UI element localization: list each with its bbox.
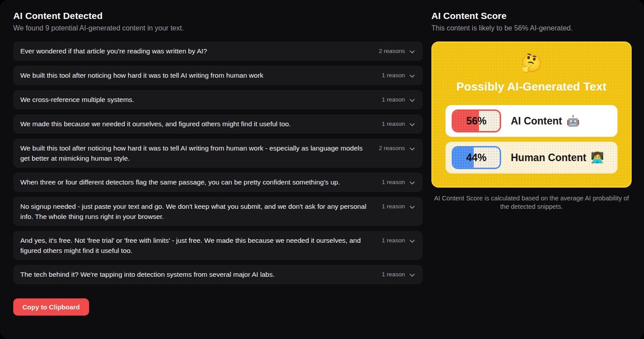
reasons-toggle[interactable]: 1 reason [382,201,416,211]
reasons-count: 1 reason [382,269,405,279]
ai-content-score-panel: AI Content Score This content is likely … [431,11,632,211]
snippet-text: And yes, it's free. Not 'free trial' or … [20,235,382,256]
chevron-down-icon [409,238,416,245]
reasons-count: 1 reason [382,70,405,80]
human-content-percent: 44% [453,147,500,168]
ai-content-percent: 56% [453,111,500,131]
snippet-row[interactable]: We built this tool after noticing how ha… [13,66,423,85]
reasons-count: 1 reason [382,235,405,245]
reasons-count: 2 reasons [379,143,405,153]
snippet-text: When three or four different detectors f… [20,177,382,187]
snippet-row[interactable]: And yes, it's free. Not 'free trial' or … [13,231,423,260]
snippet-text: We cross-reference multiple systems. [20,94,382,105]
page-subtitle: We found 9 potential AI-generated conten… [13,24,423,32]
score-title: AI Content Score [431,11,632,21]
reasons-count: 1 reason [382,177,405,187]
snippet-list: Ever wondered if that article you're rea… [13,41,423,284]
snippet-text: Ever wondered if that article you're rea… [20,46,379,56]
reasons-count: 1 reason [382,119,405,129]
ai-content-label: AI Content [511,115,562,127]
thinking-face-emoji: 🤔 [446,54,618,72]
chevron-down-icon [409,97,416,104]
chevron-down-icon [409,272,416,279]
reasons-count: 1 reason [382,94,405,105]
ai-content-bar-row: 56% AI Content 🤖 [446,105,618,137]
human-content-progress: 44% [452,146,501,169]
reasons-toggle[interactable]: 1 reason [382,70,416,80]
human-content-label-group: Human Content 👩‍💻 [511,151,604,164]
chevron-down-icon [409,121,416,128]
snippet-text: We made this because we needed it oursel… [20,119,382,129]
snippet-text: No signup needed - just paste your text … [20,201,382,222]
snippet-row[interactable]: The tech behind it? We're tapping into d… [13,265,423,284]
chevron-down-icon [409,204,416,211]
chevron-down-icon [409,180,416,186]
reasons-toggle[interactable]: 1 reason [382,94,416,105]
reasons-count: 2 reasons [379,46,405,56]
snippet-row[interactable]: We cross-reference multiple systems. 1 r… [13,90,423,109]
snippet-text: The tech behind it? We're tapping into d… [20,269,382,279]
snippet-row[interactable]: We built this tool after noticing how ha… [13,139,423,168]
snippet-text: We built this tool after noticing how ha… [20,143,379,163]
score-subtitle: This content is likely to be 56% AI-gene… [431,24,632,32]
copy-to-clipboard-button[interactable]: Copy to Clipboard [13,298,89,316]
reasons-count: 1 reason [382,201,405,211]
reasons-toggle[interactable]: 1 reason [382,269,416,279]
human-content-bar-row: 44% Human Content 👩‍💻 [446,142,618,173]
score-footnote: AI Content Score is calculated based on … [431,194,632,211]
snippet-row[interactable]: We made this because we needed it oursel… [13,114,423,134]
ai-content-progress: 56% [452,109,501,132]
technologist-emoji: 👩‍💻 [591,151,604,164]
snippet-row[interactable]: When three or four different detectors f… [13,173,423,192]
page-title: AI Content Detected [13,11,423,21]
robot-emoji: 🤖 [566,115,580,127]
detected-content-panel: AI Content Detected We found 9 potential… [13,11,423,316]
reasons-toggle[interactable]: 2 reasons [379,143,416,153]
snippet-row[interactable]: Ever wondered if that article you're rea… [13,41,423,61]
snippet-row[interactable]: No signup needed - just paste your text … [13,197,423,226]
reasons-toggle[interactable]: 1 reason [382,119,416,129]
chevron-down-icon [409,73,416,79]
score-card: 🤔 Possibly AI-Generated Text 56% AI Cont… [431,41,632,188]
snippet-text: We built this tool after noticing how ha… [20,70,382,80]
chevron-down-icon [409,49,416,55]
ai-content-label-group: AI Content 🤖 [511,115,580,127]
human-content-label: Human Content [511,152,586,164]
ai-detector-results-page: AI Content Detected We found 9 potential… [0,0,644,339]
reasons-toggle[interactable]: 2 reasons [379,46,416,56]
reasons-toggle[interactable]: 1 reason [382,235,416,245]
verdict-title: Possibly AI-Generated Text [446,80,618,94]
chevron-down-icon [409,146,416,152]
reasons-toggle[interactable]: 1 reason [382,177,416,187]
